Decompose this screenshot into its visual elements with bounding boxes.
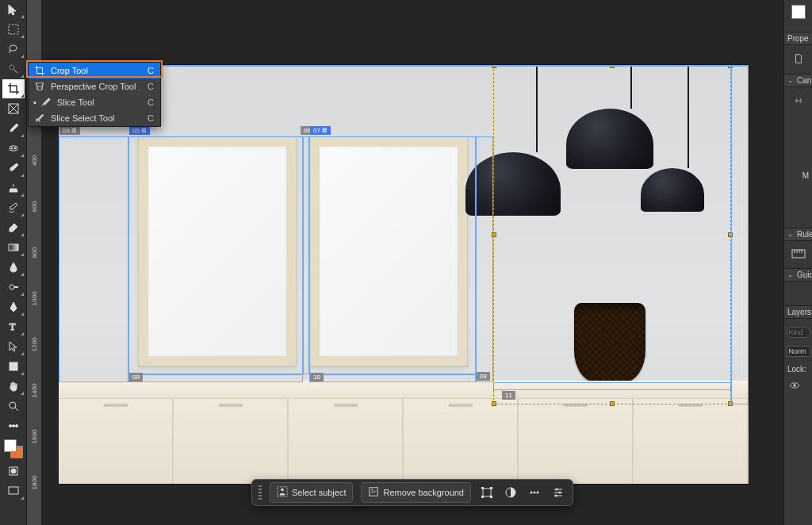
left-toolbar: T	[0, 0, 27, 525]
contextual-taskbar[interactable]: Select subject Remove background	[251, 479, 573, 506]
edit-toolbar[interactable]	[2, 416, 25, 435]
pendant-lamp-1	[512, 65, 561, 216]
spot-heal-tool[interactable]	[2, 139, 25, 158]
layers-panel-header[interactable]: Layers	[784, 305, 812, 319]
hand-tool[interactable]	[2, 377, 25, 396]
ruler-mark: 1400	[31, 384, 38, 398]
quick-mask[interactable]	[2, 462, 25, 481]
crop-tool-flyout: Crop Tool C Perspective Crop Tool C Slic…	[28, 62, 161, 127]
svg-rect-0	[9, 25, 18, 34]
svg-rect-25	[490, 487, 492, 489]
slice-icon	[40, 97, 52, 108]
crop-icon	[33, 65, 46, 76]
svg-point-22	[372, 489, 373, 491]
lock-label: Lock:	[784, 365, 806, 374]
picture-frame-left	[138, 136, 297, 366]
lasso-tool[interactable]	[2, 40, 25, 59]
flyout-shortcut: C	[147, 66, 154, 75]
shape-tool[interactable]	[2, 357, 25, 376]
sideboard-table	[59, 381, 749, 484]
flyout-label: Slice Select Tool	[51, 113, 147, 123]
svg-point-7	[14, 148, 16, 149]
flyout-shortcut: C	[147, 82, 154, 91]
color-swatches[interactable]	[2, 439, 25, 462]
canvas-section-header[interactable]: Can	[784, 74, 812, 87]
screen-mode[interactable]	[2, 481, 25, 500]
ruler-section-header[interactable]: Rule	[784, 228, 812, 241]
svg-point-30	[534, 492, 536, 494]
svg-rect-23	[483, 489, 491, 496]
flyout-item-slice-select[interactable]: Slice Select Tool C	[29, 110, 160, 126]
marquee-tool[interactable]	[2, 20, 25, 39]
ruler-icon	[791, 249, 806, 260]
ruler-mark: 1800	[31, 476, 38, 490]
svg-point-12	[10, 402, 16, 408]
document-icon	[793, 53, 804, 66]
svg-point-29	[530, 492, 533, 494]
ruler-mark: 400	[31, 154, 38, 168]
document-artboard[interactable]: 04 ⊠ 05 ⊠ 06 07 ⊠ 08 09 10 11 02 ⊠ 03 01	[59, 65, 749, 484]
slice-select-icon	[33, 113, 46, 124]
flyout-label: Perspective Crop Tool	[51, 82, 147, 91]
svg-rect-35	[792, 250, 805, 258]
svg-point-13	[9, 425, 11, 427]
svg-rect-18	[9, 487, 18, 494]
svg-rect-11	[10, 362, 17, 370]
ruler-mark: 800	[31, 246, 38, 260]
basket-decor	[574, 303, 645, 382]
svg-point-6	[11, 148, 13, 149]
ruler-mark: 1200	[31, 338, 38, 352]
flyout-item-crop[interactable]: Crop Tool C	[29, 63, 160, 79]
clone-stamp-tool[interactable]	[2, 178, 25, 197]
more-icon[interactable]	[527, 485, 542, 500]
transform-icon[interactable]	[479, 485, 495, 500]
brush-tool[interactable]	[2, 159, 25, 178]
dodge-tool[interactable]	[2, 278, 25, 297]
guides-section-header[interactable]: Guid	[784, 268, 812, 282]
ruler-mark: 1000	[31, 292, 38, 306]
type-tool[interactable]: T	[2, 317, 25, 336]
eraser-tool[interactable]	[2, 218, 25, 237]
visibility-icon[interactable]	[784, 381, 800, 391]
path-select-tool[interactable]	[2, 337, 25, 356]
foreground-swatch[interactable]	[4, 439, 17, 452]
svg-text:T: T	[10, 321, 16, 332]
quick-select-tool[interactable]	[2, 59, 25, 79]
svg-rect-27	[490, 496, 492, 498]
flyout-item-perspective-crop[interactable]: Perspective Crop Tool C	[29, 79, 160, 94]
remove-background-button[interactable]: Remove background	[361, 482, 471, 503]
properties-panel-header[interactable]: Prope	[784, 32, 812, 45]
frame-tool[interactable]	[2, 99, 25, 118]
eyedropper-tool[interactable]	[2, 119, 25, 138]
ruler-mark: 1600	[31, 430, 38, 444]
history-brush-tool[interactable]	[2, 198, 25, 217]
link-icon[interactable]	[793, 95, 804, 108]
flyout-item-slice[interactable]: Slice Tool C	[29, 94, 160, 110]
right-panel-strip: Prope Can M Rule Guid Layers Norm Lock:	[783, 0, 812, 525]
adjustments-icon[interactable]	[503, 485, 519, 500]
flyout-shortcut: C	[147, 113, 154, 123]
pen-tool[interactable]	[2, 297, 25, 316]
svg-point-31	[537, 492, 539, 494]
select-subject-button[interactable]: Select subject	[270, 482, 353, 503]
blur-tool[interactable]	[2, 258, 25, 277]
taskbar-grip-icon[interactable]	[259, 485, 262, 500]
remove-background-label: Remove background	[383, 488, 464, 497]
panel-color-swatch[interactable]	[791, 5, 806, 19]
move-tool[interactable]	[2, 0, 25, 19]
crop-tool[interactable]	[2, 79, 25, 98]
svg-point-32	[556, 489, 558, 491]
layers-search-input[interactable]	[787, 327, 810, 338]
svg-point-17	[11, 469, 16, 473]
pendant-lamp-3	[672, 65, 704, 212]
gradient-tool[interactable]	[2, 238, 25, 257]
blend-mode-select[interactable]: Norm	[787, 346, 810, 357]
svg-point-14	[12, 425, 14, 427]
sliders-icon[interactable]	[550, 485, 566, 500]
remove-background-icon	[368, 486, 379, 499]
svg-point-9	[10, 285, 14, 289]
zoom-tool[interactable]	[2, 397, 25, 416]
svg-rect-8	[9, 244, 18, 251]
flyout-label: Crop Tool	[51, 66, 147, 75]
svg-point-33	[559, 492, 561, 494]
